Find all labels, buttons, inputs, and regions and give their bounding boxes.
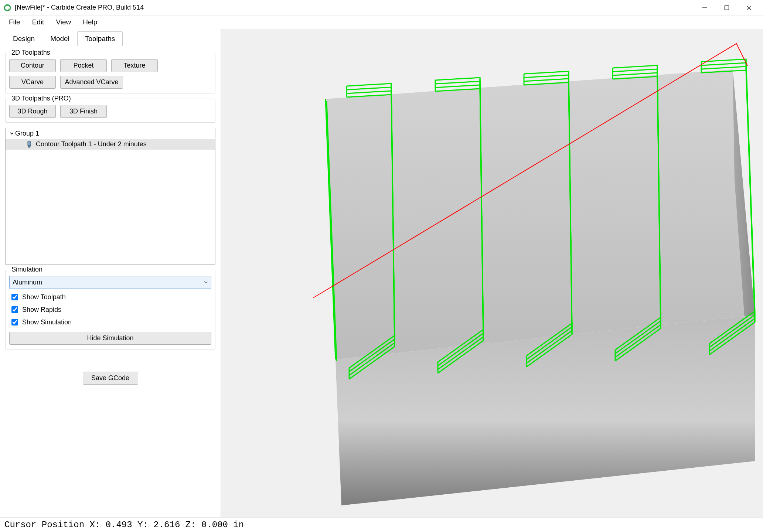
3d-finish-button[interactable]: 3D Finish: [60, 105, 107, 118]
hide-simulation-button[interactable]: Hide Simulation: [9, 332, 211, 345]
simulation-legend: Simulation: [9, 266, 45, 273]
group-2d-legend: 2D Toolpaths: [9, 49, 52, 57]
tab-design[interactable]: Design: [5, 31, 42, 46]
close-button[interactable]: [738, 0, 760, 16]
menu-view[interactable]: View: [50, 17, 77, 28]
tree-item-row[interactable]: Contour Toolpath 1 - Under 2 minutes: [6, 139, 215, 150]
show-rapids-label: Show Rapids: [22, 306, 61, 314]
show-toolpath-input[interactable]: [11, 294, 18, 300]
show-simulation-input[interactable]: [11, 319, 18, 325]
material-value: Aluminum: [13, 279, 42, 286]
endmill-icon: [25, 141, 33, 148]
contour-button[interactable]: Contour: [9, 59, 56, 72]
menu-file-rest: ile: [13, 18, 20, 26]
menu-view-label: View: [56, 18, 71, 26]
group-2d-toolpaths: 2D Toolpaths Contour Pocket Texture VCar…: [5, 53, 215, 93]
simulation-render: [221, 29, 763, 517]
advanced-vcarve-button[interactable]: Advanced VCarve: [60, 76, 123, 89]
svg-marker-6: [28, 145, 31, 147]
maximize-button[interactable]: [716, 0, 738, 16]
texture-button[interactable]: Texture: [111, 59, 158, 72]
sidebar: Design Model Toolpaths 2D Toolpaths Cont…: [0, 29, 221, 517]
tree-group-row[interactable]: Group 1: [6, 128, 215, 139]
statusbar: Cursor Position X: 0.493 Y: 2.616 Z: 0.0…: [0, 517, 763, 532]
chevron-down-icon: [204, 279, 208, 286]
save-gcode-button[interactable]: Save GCode: [83, 372, 138, 385]
3d-rough-button[interactable]: 3D Rough: [9, 105, 56, 118]
tab-model[interactable]: Model: [42, 31, 77, 46]
show-toolpath-label: Show Toolpath: [22, 293, 66, 301]
titlebar: [NewFile]* - Carbide Create PRO, Build 5…: [0, 0, 763, 16]
menu-edit[interactable]: Edit: [26, 17, 50, 28]
show-rapids-checkbox[interactable]: Show Rapids: [10, 305, 211, 314]
menu-help-rest: elp: [88, 18, 97, 26]
chevron-down-icon[interactable]: [8, 130, 15, 137]
stock-top-face: [326, 69, 755, 359]
window-title: [NewFile]* - Carbide Create PRO, Build 5…: [15, 4, 144, 11]
show-simulation-label: Show Simulation: [22, 318, 72, 326]
group-3d-legend: 3D Toolpaths (PRO): [9, 95, 73, 102]
tree-group-label: Group 1: [15, 130, 39, 137]
minimize-button[interactable]: [694, 0, 716, 16]
status-text: Cursor Position X: 0.493 Y: 2.616 Z: 0.0…: [4, 520, 244, 530]
show-toolpath-checkbox[interactable]: Show Toolpath: [10, 293, 211, 301]
group-simulation: Simulation Aluminum Show Toolpath Show R…: [5, 270, 215, 349]
menubar: File Edit View Help: [0, 16, 763, 29]
material-select[interactable]: Aluminum: [9, 276, 211, 289]
menu-help[interactable]: Help: [77, 17, 103, 28]
app-icon: [4, 4, 11, 11]
toolpath-tree[interactable]: Group 1 Contour Toolpath 1 - Under 2 min…: [5, 128, 215, 265]
group-3d-toolpaths: 3D Toolpaths (PRO) 3D Rough 3D Finish: [5, 99, 215, 123]
show-rapids-input[interactable]: [11, 306, 18, 313]
tab-toolpaths[interactable]: Toolpaths: [77, 31, 123, 46]
3d-viewport[interactable]: [221, 29, 763, 517]
tabstrip: Design Model Toolpaths: [5, 31, 215, 46]
tree-item-label: Contour Toolpath 1 - Under 2 minutes: [36, 140, 147, 148]
show-simulation-checkbox[interactable]: Show Simulation: [10, 318, 211, 327]
svg-rect-2: [725, 6, 729, 10]
pocket-button[interactable]: Pocket: [60, 59, 107, 72]
menu-file[interactable]: File: [3, 17, 26, 28]
svg-rect-5: [28, 141, 31, 145]
vcarve-button[interactable]: VCarve: [9, 76, 56, 89]
menu-edit-rest: dit: [37, 18, 44, 26]
